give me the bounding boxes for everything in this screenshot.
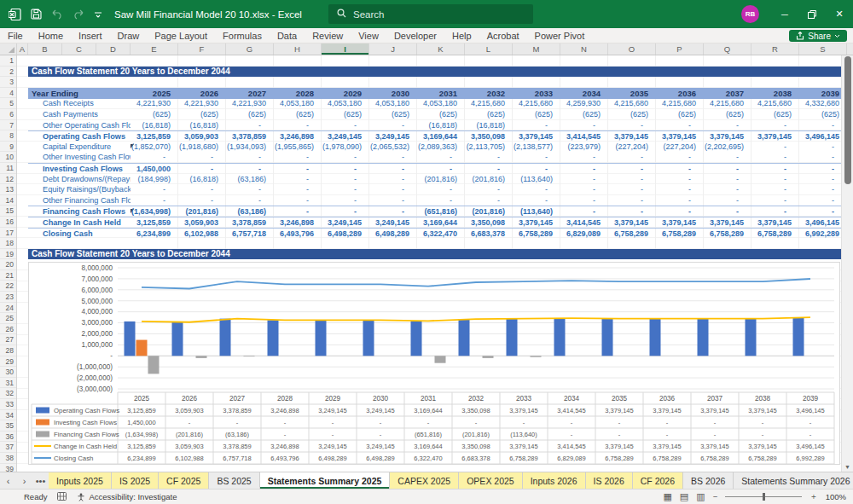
cell[interactable]: -: [799, 206, 841, 217]
cell[interactable]: (227,204): [656, 142, 704, 153]
cell[interactable]: 3,379,145: [513, 217, 560, 228]
ribbon-tab-home[interactable]: Home: [31, 28, 71, 43]
cell[interactable]: 3,379,145: [751, 131, 799, 142]
cell[interactable]: 3,379,145: [704, 217, 751, 228]
row-label[interactable]: Closing Cash: [28, 229, 131, 239]
row-label[interactable]: Operating Cash Flows: [28, 131, 131, 142]
sheet-tab-statements-summary-2025[interactable]: Statements Summary 2025: [260, 472, 391, 489]
cell[interactable]: -: [751, 164, 799, 174]
column-header-I[interactable]: I: [322, 43, 369, 55]
cell[interactable]: -: [799, 142, 841, 153]
cell[interactable]: (63,186): [226, 174, 274, 185]
cell[interactable]: -: [704, 152, 751, 163]
row-header-20[interactable]: 20: [0, 259, 16, 270]
bar-operating-cash-flows[interactable]: [793, 317, 804, 356]
cell[interactable]: -: [608, 206, 656, 217]
row-header-16[interactable]: 16: [0, 217, 16, 228]
cell[interactable]: -: [560, 195, 608, 206]
row-header-11[interactable]: 11: [0, 163, 16, 174]
cell[interactable]: 4,259,930: [560, 98, 608, 109]
cell[interactable]: (184,998): [131, 174, 178, 185]
cell[interactable]: -: [513, 152, 560, 163]
cell[interactable]: -: [131, 184, 178, 195]
cell[interactable]: -: [799, 174, 841, 185]
row-label[interactable]: Change In Cash Held: [28, 217, 131, 228]
cell[interactable]: -: [178, 184, 226, 195]
cell[interactable]: -: [417, 195, 465, 206]
cell[interactable]: 3,350,098: [465, 217, 513, 228]
cell[interactable]: -: [799, 195, 841, 206]
row-header-22[interactable]: 22: [0, 281, 16, 292]
cell[interactable]: 4,053,180: [274, 98, 322, 109]
cell[interactable]: -: [178, 195, 226, 206]
row-header-30[interactable]: 30: [0, 367, 16, 378]
cell[interactable]: 6,758,289: [704, 229, 751, 239]
cell[interactable]: -: [751, 174, 799, 185]
vertical-scrollbar-thumb[interactable]: [844, 56, 851, 184]
undo-icon[interactable]: [51, 9, 63, 20]
row-header-9[interactable]: 9: [0, 142, 16, 153]
cell[interactable]: 3,249,145: [322, 131, 369, 142]
cell[interactable]: (16,818): [178, 120, 226, 131]
cell[interactable]: 6,758,289: [656, 229, 704, 239]
cell[interactable]: 3,379,145: [608, 131, 656, 142]
cell[interactable]: -: [751, 184, 799, 195]
cell[interactable]: (16,818): [465, 120, 513, 131]
cell[interactable]: (625): [751, 109, 799, 120]
year-header-2026[interactable]: 2026: [178, 88, 226, 99]
cell[interactable]: (16,818): [178, 174, 226, 185]
cell[interactable]: 6,683,378: [465, 229, 513, 239]
cell[interactable]: -: [178, 152, 226, 163]
cell[interactable]: (625): [465, 109, 513, 120]
accessibility-status[interactable]: Accessibility: Investigate: [77, 492, 177, 501]
cell[interactable]: 3,496,145: [799, 131, 841, 142]
cell[interactable]: -: [369, 152, 417, 163]
column-header-S[interactable]: S: [799, 43, 847, 55]
cell[interactable]: -: [704, 174, 751, 185]
restore-button[interactable]: [798, 0, 826, 28]
year-header-2025[interactable]: 2025: [131, 88, 178, 99]
cell[interactable]: (625): [704, 109, 751, 120]
ribbon-tab-insert[interactable]: Insert: [71, 28, 110, 43]
row-header-35[interactable]: 35: [0, 420, 16, 432]
cell[interactable]: 6,322,470: [417, 229, 465, 239]
bar-financing-cash-flows[interactable]: [435, 356, 446, 362]
cell[interactable]: (625): [274, 109, 322, 120]
ribbon-tab-data[interactable]: Data: [270, 28, 305, 43]
column-header-P[interactable]: P: [656, 43, 704, 55]
row-label[interactable]: Debt Drawdowns/(Repayment: [28, 174, 131, 185]
cell[interactable]: (651,816): [417, 206, 465, 217]
sheet-nav-left-icon[interactable]: ‹: [0, 472, 16, 489]
cell[interactable]: -: [751, 152, 799, 163]
cell[interactable]: 6,757,718: [226, 229, 274, 239]
cell[interactable]: -: [704, 164, 751, 174]
cell[interactable]: (2,138,577): [513, 142, 560, 153]
cell[interactable]: -: [608, 174, 656, 185]
cell[interactable]: -: [513, 120, 560, 131]
cell[interactable]: 6,829,089: [560, 229, 608, 239]
column-header-K[interactable]: K: [417, 43, 465, 55]
ribbon-tab-review[interactable]: Review: [305, 28, 351, 43]
ribbon-tab-power-pivot[interactable]: Power Pivot: [527, 28, 593, 43]
cell[interactable]: -: [322, 164, 369, 174]
cell[interactable]: 6,992,289: [799, 229, 841, 239]
cell[interactable]: 3,125,859: [131, 217, 178, 228]
cell[interactable]: 4,053,180: [369, 98, 417, 109]
row-header-19[interactable]: 19: [0, 249, 16, 260]
row-header-7[interactable]: 7: [0, 120, 16, 131]
cell[interactable]: 6,758,289: [751, 229, 799, 239]
cell[interactable]: -: [274, 120, 322, 131]
cell[interactable]: (625): [178, 109, 226, 120]
row-header-28[interactable]: 28: [0, 345, 16, 356]
bar-operating-cash-flows[interactable]: [220, 319, 231, 356]
cell[interactable]: (2,065,532): [369, 142, 417, 153]
row-header-12[interactable]: 12: [0, 174, 16, 185]
cell[interactable]: -: [322, 152, 369, 163]
cell[interactable]: -: [751, 120, 799, 131]
cell[interactable]: 4,053,180: [322, 98, 369, 109]
excel-app-icon[interactable]: [9, 9, 21, 20]
row-header-24[interactable]: 24: [0, 303, 16, 314]
cell[interactable]: 3,350,098: [465, 131, 513, 142]
cell[interactable]: 3,379,145: [608, 217, 656, 228]
row-header-27[interactable]: 27: [0, 334, 16, 345]
